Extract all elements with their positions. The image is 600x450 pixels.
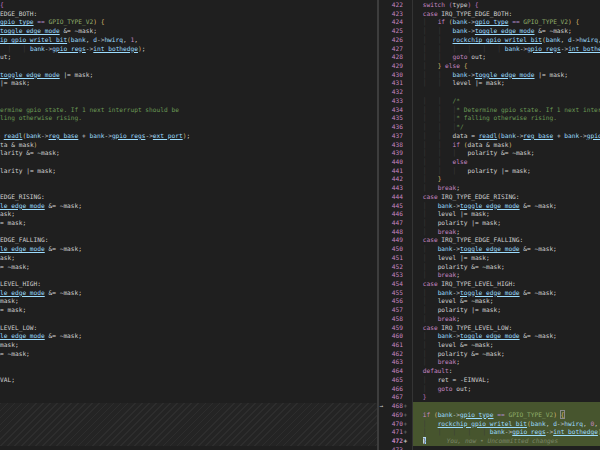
code-line[interactable]: │ │ level |= mask; [408, 79, 600, 88]
code-line-original[interactable]: │ │ else [0, 158, 190, 167]
code-line-original[interactable]: │ │ goto out; [0, 53, 190, 62]
code-line-original[interactable]: │ level &= ~mask; [0, 297, 190, 306]
code-line-original[interactable]: │ │ │ │ │ │ bank->gpio_regs->int_bothedg… [0, 45, 190, 54]
code-line-original[interactable]: │ ret = -EINVAL; [0, 376, 190, 385]
code-line-original[interactable]: │ │ if (data & mask) [0, 141, 190, 150]
code-line[interactable]: │ │ │ polarity |= mask; [408, 167, 600, 176]
code-line-original[interactable]: │ break; [0, 315, 190, 324]
code-line-original[interactable]: │ break; [0, 228, 190, 237]
code-line[interactable]: case IRQ_TYPE_EDGE_BOTH: [408, 10, 600, 19]
code-line[interactable]: │ ret = -EINVAL; [408, 376, 600, 385]
code-line[interactable]: │ polarity &= ~mask; [408, 350, 600, 359]
code-line-original[interactable]: │ } [0, 175, 190, 184]
code-line[interactable]: │ │ bank->toggle_edge_mode |= mask; [408, 71, 600, 80]
code-line[interactable]: │ │ if (data & mask) [408, 141, 600, 150]
code-line-original[interactable]: │ │ │* falling otherwise rising. [0, 114, 190, 123]
code-line[interactable] [408, 88, 600, 97]
code-line[interactable]: │ break; [408, 184, 600, 193]
code-line[interactable]: │ polarity |= mask; [408, 219, 600, 228]
code-line-original[interactable]: │ polarity &= ~mask; [0, 263, 190, 272]
code-line-original[interactable]: │ level |= mask; [0, 254, 190, 263]
code-line[interactable]: switch (type) { [408, 1, 600, 10]
code-line[interactable]: }You, now • Uncommitted changes [408, 437, 600, 446]
code-line-original[interactable]: │ break; [0, 184, 190, 193]
code-line-original[interactable]: │ │ data = readl(bank->reg_base + bank->… [0, 132, 190, 141]
code-line[interactable]: │ │ goto out; [408, 53, 600, 62]
code-line-original[interactable]: │ polarity &= ~mask; [0, 350, 190, 359]
code-line[interactable]: │ level |= mask; [408, 254, 600, 263]
code-line[interactable]: │ │ rockchip_gpio_writel_bit(bank, d->hw… [408, 36, 600, 45]
code-line[interactable]: │ │ data = readl(bank->reg_base + bank->… [408, 132, 600, 141]
code-line-original[interactable]: │ bank->toggle_edge_mode &= ~mask; [0, 245, 190, 254]
code-line-original[interactable]: │ polarity |= mask; [0, 306, 190, 315]
code-line-original[interactable]: │ break; [0, 358, 190, 367]
code-line[interactable]: │ level &= ~mask; [408, 297, 600, 306]
code-line-original[interactable]: │ │ │*/ [0, 123, 190, 132]
code-line-original[interactable]: case IRQ_TYPE_LEVEL_HIGH: [0, 280, 190, 289]
code-line[interactable]: │ │ bank->toggle_edge_mode &= ~mask; [408, 27, 600, 36]
code-line-original[interactable]: │ │ bank->toggle_edge_mode &= ~mask; [0, 27, 190, 36]
code-line[interactable]: │ break; [408, 271, 600, 280]
code-line[interactable]: case IRQ_TYPE_EDGE_FALLING: [408, 236, 600, 245]
diff-modified-pane[interactable]: 4224234244254264274284294304314324334344… [379, 0, 600, 450]
code-line-original[interactable]: │ polarity |= mask; [0, 219, 190, 228]
code-line[interactable] [408, 446, 600, 450]
code-line-original[interactable]: │ goto out; [0, 385, 190, 394]
code-line-original[interactable]: } [0, 393, 190, 402]
code-line-original[interactable] [0, 88, 190, 97]
code-line-original[interactable]: │ bank->toggle_edge_mode &= ~mask; [0, 202, 190, 211]
code-line-original[interactable]: │ break; [0, 271, 190, 280]
code-line[interactable]: │ break; [408, 358, 600, 367]
code-line-original[interactable]: │ │ rockchip_gpio_writel_bit(bank, d->hw… [0, 36, 190, 45]
code-line[interactable]: │ │ │ │ │ bank->gpio_regs->int_bothedge)… [408, 428, 600, 437]
code-line[interactable]: │ │ /* [408, 97, 600, 106]
code-line-original[interactable]: case IRQ_TYPE_LEVEL_LOW: [0, 324, 190, 333]
code-line[interactable]: │ level &= ~mask; [408, 341, 600, 350]
code-line-original[interactable]: │ │ bank->toggle_edge_mode |= mask; [0, 71, 190, 80]
code-line-original[interactable]: case IRQ_TYPE_EDGE_BOTH: [0, 10, 190, 19]
code-line-original[interactable]: case IRQ_TYPE_EDGE_FALLING: [0, 236, 190, 245]
code-line[interactable]: │ if (bank->gpio_type == GPIO_TYPE_V2) { [408, 18, 600, 27]
original-code-area[interactable]: switch (type) { case IRQ_TYPE_EDGE_BOTH:… [0, 1, 190, 402]
code-line-original[interactable]: │ │ │* Determine gpio state. If 1 next i… [0, 106, 190, 115]
code-line[interactable]: │ │ else [408, 158, 600, 167]
code-line-original[interactable]: │ bank->toggle_edge_mode &= ~mask; [0, 332, 190, 341]
code-line[interactable]: │ │ │ polarity &= ~mask; [408, 149, 600, 158]
code-line[interactable]: } [408, 393, 600, 402]
code-line[interactable]: │ break; [408, 228, 600, 237]
code-line-original[interactable]: case IRQ_TYPE_EDGE_RISING: [0, 193, 190, 202]
diff-original-pane[interactable]: switch (type) { case IRQ_TYPE_EDGE_BOTH:… [0, 0, 377, 450]
code-line[interactable]: │ } else { [408, 62, 600, 71]
revert-change-arrow-icon[interactable]: → [380, 402, 384, 411]
code-line-original[interactable]: │ bank->toggle_edge_mode &= ~mask; [0, 289, 190, 298]
code-line-original[interactable]: │ │ │ polarity |= mask; [0, 167, 190, 176]
code-line-original[interactable]: │ │ level |= mask; [0, 79, 190, 88]
code-line-original[interactable]: │ level &= ~mask; [0, 341, 190, 350]
code-line[interactable]: if (bank->gpio_type == GPIO_TYPE_V2) { [408, 411, 600, 420]
code-line-original[interactable]: │ if (bank->gpio_type == GPIO_TYPE_V2) { [0, 18, 190, 27]
modified-code-area[interactable]: switch (type) { case IRQ_TYPE_EDGE_BOTH:… [408, 1, 600, 450]
code-line[interactable]: │ bank->toggle_edge_mode &= ~mask; [408, 245, 600, 254]
code-line-original[interactable]: │ │ /* [0, 97, 190, 106]
code-line[interactable]: │ bank->toggle_edge_mode &= ~mask; [408, 332, 600, 341]
code-line-original[interactable]: switch (type) { [0, 1, 190, 10]
code-line[interactable] [408, 402, 600, 411]
code-line[interactable]: case IRQ_TYPE_LEVEL_HIGH: [408, 280, 600, 289]
code-line[interactable]: │ goto out; [408, 385, 600, 394]
code-line[interactable]: │ break; [408, 315, 600, 324]
code-line[interactable]: │ │ │*/ [408, 123, 600, 132]
code-line[interactable]: default: [408, 367, 600, 376]
code-line[interactable]: case IRQ_TYPE_LEVEL_LOW: [408, 324, 600, 333]
code-line[interactable]: │ } [408, 175, 600, 184]
code-line[interactable]: │ bank->toggle_edge_mode &= ~mask; [408, 289, 600, 298]
code-line[interactable]: │ bank->toggle_edge_mode &= ~mask; [408, 202, 600, 211]
code-line-original[interactable]: │ │ │ polarity &= ~mask; [0, 149, 190, 158]
code-line[interactable]: │ rockchip_gpio_writel_bit(bank, d->hwir… [408, 420, 600, 429]
code-line[interactable]: │ level |= mask; [408, 210, 600, 219]
code-line-original[interactable]: default: [0, 367, 190, 376]
code-line-original[interactable]: │ } else { [0, 62, 190, 71]
code-line-original[interactable]: │ level |= mask; [0, 210, 190, 219]
code-line[interactable]: │ polarity &= ~mask; [408, 263, 600, 272]
code-line[interactable]: │ │ │* Determine gpio state. If 1 next i… [408, 106, 600, 115]
code-line[interactable]: │ │ │ │ │ │ bank->gpio_regs->int_bothedg… [408, 45, 600, 54]
